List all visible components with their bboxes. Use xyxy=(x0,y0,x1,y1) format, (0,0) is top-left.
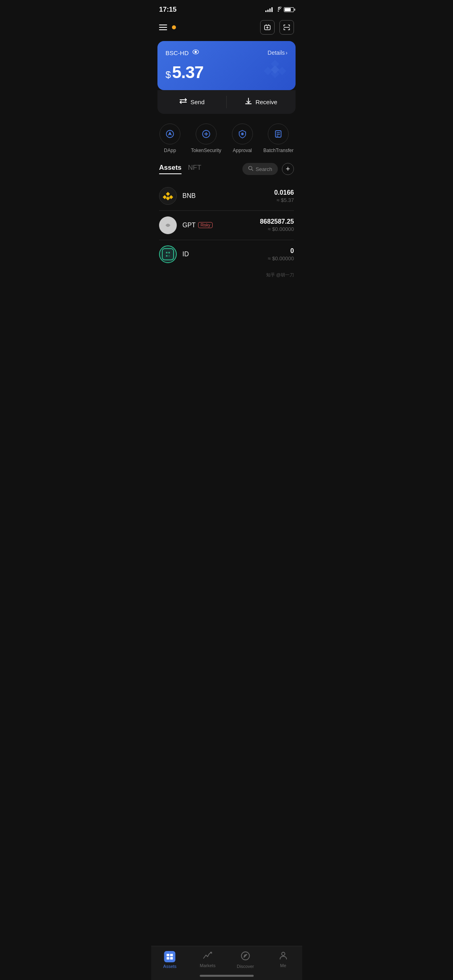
table-row[interactable]: ID 0 ≈ $0.00000 xyxy=(151,240,302,269)
details-link[interactable]: Details › xyxy=(268,49,288,56)
wallet-name: BSC-HD xyxy=(165,49,199,56)
asset-name-wrap: BNB xyxy=(182,192,274,200)
batch-transfer-action[interactable]: BatchTransfer xyxy=(263,124,294,153)
svg-marker-6 xyxy=(264,67,272,75)
search-pill[interactable]: Search xyxy=(242,163,278,175)
asset-name: BNB xyxy=(182,192,274,200)
svg-point-18 xyxy=(248,166,252,169)
batch-transfer-label: BatchTransfer xyxy=(263,148,294,153)
asset-values: 0 ≈ $0.00000 xyxy=(268,247,294,261)
asset-usd: ≈ $5.37 xyxy=(274,197,294,203)
send-label: Send xyxy=(190,99,205,105)
svg-rect-28 xyxy=(168,255,170,257)
tab-nft[interactable]: NFT xyxy=(188,164,201,174)
token-security-label: TokenSecurity xyxy=(191,148,221,153)
table-row[interactable]: GPT Risky 8682587.25 ≈ $0.00000 xyxy=(151,211,302,240)
quick-actions: DApp TokenSecurity Approval xyxy=(151,114,302,156)
approval-icon xyxy=(232,124,253,144)
asset-name-wrap: GPT Risky xyxy=(182,222,260,229)
dapp-icon xyxy=(159,124,180,144)
table-row[interactable]: BNB 0.0166 ≈ $5.37 xyxy=(151,181,302,210)
svg-marker-7 xyxy=(278,67,286,75)
bnb-asset-icon xyxy=(159,187,177,205)
add-wallet-button[interactable] xyxy=(260,20,275,35)
receive-label: Receive xyxy=(255,99,277,105)
bnb-logo-watermark xyxy=(261,56,289,85)
top-nav-left xyxy=(159,25,176,30)
asset-amount: 0 xyxy=(268,247,294,255)
approval-action[interactable]: Approval xyxy=(232,124,253,153)
svg-rect-24 xyxy=(162,249,174,260)
scan-button[interactable] xyxy=(279,20,294,35)
asset-usd: ≈ $0.00000 xyxy=(260,226,294,232)
menu-button[interactable] xyxy=(159,25,167,30)
receive-button[interactable]: Receive xyxy=(227,96,296,108)
signal-icon xyxy=(265,7,273,12)
dapp-label: DApp xyxy=(164,148,176,153)
svg-rect-25 xyxy=(166,252,168,253)
svg-rect-26 xyxy=(168,252,170,253)
asset-name: GPT Risky xyxy=(182,222,260,229)
search-icon xyxy=(248,165,253,173)
watermark: 知乎 @胡一刀 xyxy=(151,272,302,281)
section-header: Assets NFT Search + xyxy=(151,156,302,178)
eye-icon[interactable] xyxy=(192,49,199,56)
token-security-icon xyxy=(196,124,217,144)
top-nav xyxy=(151,17,302,41)
svg-point-0 xyxy=(278,10,279,11)
asset-list: BNB 0.0166 ≈ $5.37 GPT Risky 8682587.25 … xyxy=(151,178,302,272)
asset-name-wrap: ID xyxy=(182,251,268,258)
search-placeholder: Search xyxy=(256,166,272,172)
svg-rect-27 xyxy=(166,255,168,257)
wallet-card: BSC-HD Details › $5.37 xyxy=(157,41,296,90)
asset-values: 8682587.25 ≈ $0.00000 xyxy=(260,218,294,232)
status-bar: 17:15 xyxy=(151,0,302,17)
top-nav-right xyxy=(260,20,294,35)
wifi-icon xyxy=(275,6,281,13)
id-asset-icon xyxy=(159,245,177,263)
dapp-action[interactable]: DApp xyxy=(159,124,180,153)
gpt-asset-icon xyxy=(159,216,177,234)
add-asset-button[interactable]: + xyxy=(282,163,294,175)
receive-icon xyxy=(245,97,252,107)
svg-point-13 xyxy=(242,134,243,135)
token-security-action[interactable]: TokenSecurity xyxy=(191,124,221,153)
approval-label: Approval xyxy=(233,148,252,153)
asset-name: ID xyxy=(182,251,268,258)
risky-badge: Risky xyxy=(198,222,213,228)
battery-icon xyxy=(284,7,294,12)
send-icon xyxy=(179,98,187,106)
section-header-right: Search + xyxy=(242,163,294,175)
tab-assets[interactable]: Assets xyxy=(159,164,182,174)
action-bar: Send Receive xyxy=(157,90,296,114)
asset-amount: 0.0166 xyxy=(274,189,294,196)
send-button[interactable]: Send xyxy=(157,96,227,108)
asset-values: 0.0166 ≈ $5.37 xyxy=(274,189,294,203)
asset-amount: 8682587.25 xyxy=(260,218,294,225)
status-icons xyxy=(265,6,294,13)
tab-underline xyxy=(159,173,182,174)
asset-usd: ≈ $0.00000 xyxy=(268,255,294,261)
svg-point-4 xyxy=(194,51,197,53)
batch-transfer-icon xyxy=(268,124,289,144)
svg-marker-19 xyxy=(166,192,170,196)
status-time: 17:15 xyxy=(159,6,176,14)
wallet-dot xyxy=(172,25,176,29)
